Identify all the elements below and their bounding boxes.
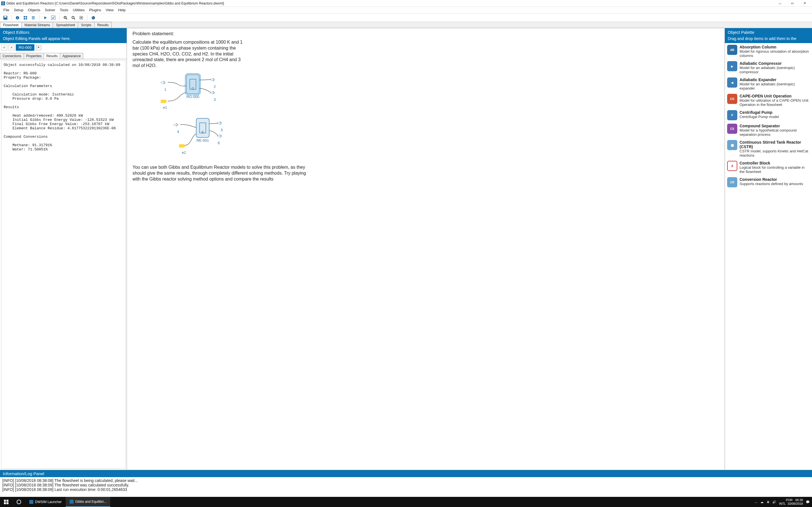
minimize-button[interactable]: — [774,0,786,7]
tray-kbd: INTL [779,502,785,505]
reactor-gibbs[interactable]: G RG-000 [186,74,200,94]
nav-next-button[interactable]: > [8,45,15,51]
tray-volume-icon[interactable]: 🔊 [772,500,776,504]
palette-item[interactable]: CSCompound SeparatorModel for a hypothet… [725,122,812,138]
menu-setup[interactable]: Setup [11,7,26,13]
palette-item-name: Continuous Stirred Tank Reactor (CSTR) [740,140,810,149]
stream-label-3: 3 [214,98,216,102]
palette-item-desc: Model for an adiabatic (isentropic) comp… [740,66,795,74]
tray-clock[interactable]: POR 08:38 INTL 10/08/2018 [779,498,803,506]
palette-item[interactable]: ABAbsorption ColumnModel for rigorous si… [725,43,812,59]
palette-item[interactable]: ⬤Continuous Stirred Tank Reactor (CSTR)C… [725,138,812,159]
palette-item-name: Conversion Reactor [740,177,803,182]
subtab-properties[interactable]: Properties [24,53,44,59]
svg-rect-30 [29,500,33,504]
subtab-appearance[interactable]: Appearance [60,53,83,59]
results-text[interactable]: Object successfully calculated on 10/08/… [1,60,125,469]
menu-solver[interactable]: Solver [43,7,57,13]
subtab-connections[interactable]: Connections [0,53,24,59]
taskbar-app-dwsim[interactable]: Gibbs and Equilibri... [66,497,110,507]
menu-file[interactable]: File [1,7,11,13]
energy-label-e2: e2 [182,151,186,155]
tab-material-streams[interactable]: Material Streams [21,22,53,28]
palette-item-icon: CR [727,177,737,187]
palette-item-name: Compound Separator [740,124,810,128]
tray-date: 10/08/2018 [788,502,803,505]
start-button[interactable] [0,497,12,507]
object-tab[interactable]: RG-000 [16,44,35,51]
menu-utilities[interactable]: Utilities [70,7,87,13]
log-panel: Information/Log Panel [INFO] [10/08/2018… [0,470,812,497]
connector-line [179,122,196,148]
svg-marker-13 [44,16,47,19]
object-tab-close[interactable]: ✕ [36,45,41,50]
subtab-results[interactable]: Results [44,53,60,59]
main-tabs: Flowsheet Material Streams Spreadsheet S… [0,22,812,28]
taskbar-app-launcher[interactable]: DWSIM Launcher [26,497,66,507]
menubar: File Setup Objects Solver Tools Utilitie… [0,7,812,13]
reactor-equilibrium[interactable]: E RE-001 [196,118,209,138]
tab-spreadsheet[interactable]: Spreadsheet [53,22,78,28]
connector-line [200,77,214,97]
maximize-button[interactable]: ▭ [786,0,799,7]
log-body[interactable]: [INFO] [10/08/2018 08:38:08] The flowshe… [0,477,812,497]
taskbar-app-label: DWSIM Launcher [35,500,62,504]
info-icon[interactable]: i [14,15,20,21]
zoom-out-icon[interactable] [70,15,77,21]
palette-item[interactable]: PCentrifugal PumpCentrifugal Pump model [725,108,812,122]
menu-help[interactable]: Help [116,7,128,13]
system-tray[interactable]: ︿ ☁ 🖥 🔊 POR 08:38 INTL 10/08/2018 💬 [752,498,812,506]
cortana-icon[interactable] [12,497,26,507]
palette-item-name: Absorption Column [740,45,810,49]
save-icon[interactable] [2,15,8,21]
play-icon[interactable] [42,15,49,21]
menu-view[interactable]: View [103,7,116,13]
svg-point-22 [92,16,95,19]
tab-results[interactable]: Results [94,22,112,28]
tray-onedrive-icon[interactable]: ☁ [760,500,763,504]
settings-icon[interactable] [30,15,36,21]
svg-rect-7 [26,16,27,17]
menu-plugins[interactable]: Plugins [87,7,103,13]
flowsheet-canvas[interactable]: Problem statement: Calculate the equilib… [127,28,725,470]
palette-item[interactable]: ▶Adiabatic CompressorModel for an adiaba… [725,59,812,76]
svg-point-23 [92,17,93,17]
palette-item-name: CAPE-OPEN Unit Operation [740,94,810,98]
palette-icon[interactable] [90,15,96,21]
palette-item[interactable]: COCAPE-OPEN Unit OperationModel for util… [725,92,812,108]
nav-prev-button[interactable]: < [1,45,7,51]
svg-rect-25 [4,500,6,502]
palette-title: Object Palette [725,28,812,36]
palette-subtitle: Drag and drop items to add them to the [725,36,812,43]
palette-item-desc: Centrifugal Pump model [740,115,779,119]
reactor-symbol: G [192,87,194,91]
tab-flowsheet[interactable]: Flowsheet [0,22,22,28]
stream-label-5: 5 [221,128,223,132]
tray-network-icon[interactable]: 🖥 [766,500,769,504]
problem-title: Problem statement: [133,31,719,37]
toolbar-separator [59,15,59,20]
fit-icon[interactable] [78,15,84,21]
tab-scripts[interactable]: Scripts [78,22,94,28]
menu-objects[interactable]: Objects [26,7,43,13]
palette-item-icon: ⬤ [727,140,737,150]
close-button[interactable]: ✕ [799,0,811,7]
tray-notifications-icon[interactable]: 💬 [806,500,810,504]
object-editors-title: Object Editors [0,28,126,36]
zoom-in-icon[interactable]: + [62,15,68,21]
tray-chevron-icon[interactable]: ︿ [755,500,758,504]
palette-item[interactable]: CRConversion ReactorSupports reactions d… [725,175,812,189]
toolbar: i + [0,13,812,22]
grid-icon[interactable] [22,15,29,21]
energy-stream-icon[interactable] [161,100,167,103]
menu-tools[interactable]: Tools [57,7,70,13]
check-icon[interactable] [50,15,56,21]
palette-item[interactable]: AController BlockLogical block for contr… [725,159,812,175]
stream-arrow-icon[interactable]: ➩ [173,121,179,128]
palette-item-name: Centrifugal Pump [740,110,779,115]
palette-list[interactable]: ABAbsorption ColumnModel for rigorous si… [725,43,812,470]
svg-rect-9 [26,18,27,19]
stream-arrow-icon[interactable]: ➩ [161,79,166,86]
tray-time: 08:38 [795,498,803,502]
palette-item[interactable]: ◀Adiabatic ExpanderModel for an adiabati… [725,76,812,92]
